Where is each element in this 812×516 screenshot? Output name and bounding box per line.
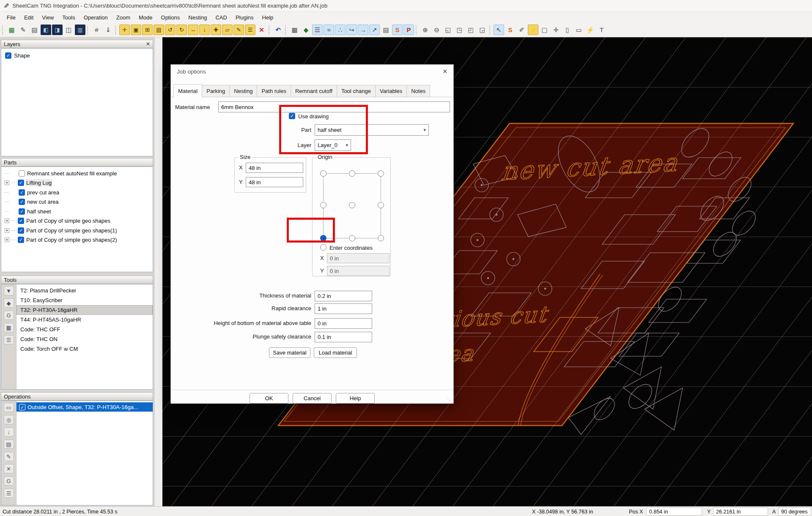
mirror-part-h-icon[interactable]: ↔ — [188, 25, 198, 35]
select-tool-icon[interactable]: ↖ — [494, 25, 504, 35]
origin-mid-right-radio[interactable] — [378, 202, 384, 208]
scriber-mode-icon[interactable]: S — [392, 25, 403, 35]
expander-icon[interactable]: + — [5, 238, 9, 242]
toolbar-grip[interactable] — [269, 25, 271, 35]
show-cut-paths-icon[interactable]: ≈ — [324, 25, 334, 35]
edit-tool-table-icon[interactable]: ▤ — [381, 25, 391, 35]
plasma-tool-icon[interactable]: ◆ — [4, 298, 14, 308]
tab-notes[interactable]: Notes — [407, 85, 430, 98]
expander-icon[interactable]: + — [5, 228, 9, 233]
rapid-moves-icon[interactable]: ↗ — [369, 25, 380, 35]
menu-nesting[interactable]: Nesting — [184, 13, 211, 22]
origin-x-input[interactable] — [327, 253, 390, 263]
rotate-part-ccw-icon[interactable]: ↺ — [165, 25, 176, 35]
part-checkbox[interactable] — [19, 170, 25, 177]
menu-zoom[interactable]: Zoom — [112, 13, 134, 22]
layer-row-shape[interactable]: ✓ Shape — [1, 49, 153, 60]
expander-icon[interactable]: + — [5, 180, 9, 185]
resize-grip[interactable]: ⋱ — [447, 397, 452, 403]
part-row[interactable]: Remnant sheet autoNest fill example — [1, 169, 153, 178]
part-row[interactable]: +✓Part of Copy of simple geo shapes — [1, 216, 153, 226]
menu-mode[interactable]: Mode — [134, 13, 157, 22]
part-row[interactable]: +✓Part of Copy of simple geo shapes(2) — [1, 235, 153, 245]
save-gcode-icon[interactable]: ⇓ — [103, 25, 113, 35]
menu-file[interactable]: File — [3, 13, 20, 22]
zoom-window-icon[interactable]: ◱ — [443, 25, 453, 35]
new-part-icon[interactable]: ✛ — [119, 25, 130, 35]
show-ops-window-icon[interactable]: ◨ — [52, 25, 63, 35]
copy-part-icon[interactable]: ▣ — [131, 25, 141, 35]
origin-top-center-radio[interactable] — [349, 170, 355, 177]
ok-button[interactable]: OK — [250, 393, 288, 404]
pierce-points-icon[interactable]: P — [403, 25, 414, 35]
node-editor-icon[interactable]: ∴ — [335, 25, 346, 35]
part-checkbox[interactable]: ✓ — [18, 237, 24, 243]
part-row[interactable]: +✓Part of Copy of simple geo shapes(1) — [1, 226, 153, 235]
origin-bottom-left-radio[interactable] — [320, 235, 326, 241]
part-row[interactable]: ✓new cut area — [1, 197, 153, 207]
tool-row[interactable]: Code: THC OFF — [16, 325, 153, 334]
parts-panel-header[interactable]: Parts — [1, 158, 153, 167]
size-y-input[interactable] — [246, 177, 303, 187]
part-row[interactable]: +✓Lifting Lug — [1, 178, 153, 188]
height-above-table-input[interactable] — [315, 318, 372, 329]
thickness-input[interactable] — [315, 291, 372, 301]
tool-row[interactable]: Code: Torch OFF w CM — [16, 344, 153, 354]
edit-op-icon[interactable]: ✎ — [4, 452, 14, 461]
part-checkbox[interactable]: ✓ — [19, 199, 25, 205]
tab-path-rules[interactable]: Path rules — [257, 85, 291, 98]
set-origin-icon[interactable]: ▯ — [562, 25, 573, 35]
tool-row[interactable]: T2: Plasma DrillPecker — [16, 286, 153, 295]
tool-grid-icon[interactable]: ▦ — [4, 323, 14, 332]
material-name-input[interactable] — [218, 101, 450, 112]
pocket-op-icon[interactable]: ◎ — [4, 415, 14, 424]
post-process-icon[interactable]: # — [91, 25, 102, 35]
ops-list-icon[interactable]: ☰ — [4, 489, 14, 498]
tab-nesting[interactable]: Nesting — [230, 85, 257, 98]
menu-tools[interactable]: Tools — [58, 13, 79, 22]
rotate-part-cw-icon[interactable]: ↻ — [176, 25, 187, 35]
delete-part-icon[interactable]: ✕ — [256, 25, 267, 35]
part-properties-icon[interactable]: ☰ — [245, 25, 255, 35]
menu-options[interactable]: Options — [157, 13, 184, 22]
close-icon[interactable]: ✕ — [146, 41, 150, 47]
part-row[interactable]: ✓half sheet — [1, 207, 153, 216]
tab-parking[interactable]: Parking — [202, 85, 230, 98]
rapid-clearance-input[interactable] — [315, 303, 372, 314]
move-part-icon[interactable]: ✚ — [211, 25, 221, 35]
drill-tool-icon[interactable]: ▼ — [4, 286, 14, 295]
tool-row[interactable]: T10: EasyScriber — [16, 295, 153, 305]
delete-op-icon[interactable]: ✕ — [4, 464, 14, 473]
import-drawing-icon[interactable]: ◫ — [63, 25, 74, 35]
toolbar-grip[interactable] — [115, 25, 117, 35]
load-material-button[interactable]: Load material — [314, 347, 357, 358]
tab-tool-change[interactable]: Tool change — [337, 85, 376, 98]
origin-y-input[interactable] — [327, 266, 390, 276]
drill-op-icon[interactable]: ↓ — [4, 427, 14, 437]
close-icon[interactable]: ✕ — [442, 68, 447, 75]
cancel-button[interactable]: Cancel — [293, 393, 332, 404]
operations-panel-header[interactable]: Operations — [1, 392, 153, 401]
part-checkbox[interactable]: ✓ — [18, 218, 24, 224]
origin-bottom-center-radio[interactable] — [349, 235, 355, 241]
outside-offset-icon[interactable]: ▭ — [4, 403, 14, 412]
origin-mid-left-radio[interactable] — [320, 202, 326, 208]
origin-top-left-radio[interactable] — [320, 170, 326, 177]
show-parts-window-icon[interactable]: ◧ — [41, 25, 51, 35]
part-checkbox[interactable]: ✓ — [18, 180, 24, 186]
origin-center-radio[interactable] — [349, 202, 355, 208]
menu-edit[interactable]: Edit — [20, 13, 38, 22]
zoom-out-icon[interactable]: ⊖ — [431, 25, 442, 35]
menu-help[interactable]: Help — [258, 13, 278, 22]
tool-table-icon[interactable]: ▦ — [289, 25, 300, 35]
layer-dropdown[interactable]: Layer_0 ▾ — [315, 139, 351, 151]
expander-icon[interactable]: + — [5, 218, 9, 223]
resize-part-icon[interactable]: ▱ — [222, 25, 233, 35]
zoom-in-icon[interactable]: ⊕ — [420, 25, 431, 35]
operation-row-selected[interactable]: ✓ Outside Offset, Shape, T32: P-HT30A-16… — [16, 402, 153, 412]
print-icon[interactable]: ▤ — [29, 25, 40, 35]
tool-row[interactable]: Code: THC ON — [16, 334, 153, 344]
part-dropdown[interactable]: half sheet ▾ — [315, 124, 429, 136]
save-material-button[interactable]: Save material — [269, 347, 310, 358]
nest-part-icon[interactable]: ▤ — [154, 25, 164, 35]
